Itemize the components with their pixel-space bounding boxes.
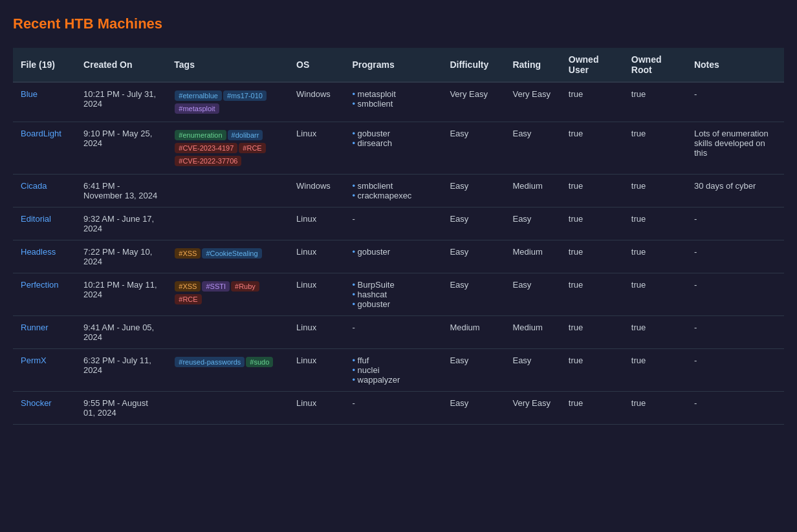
cell-os: Linux — [289, 207, 344, 240]
tag: #CVE-2023-4197 — [175, 143, 237, 153]
col-header-os: OS — [289, 48, 344, 82]
file-link[interactable]: Perfection — [21, 280, 59, 290]
cell-file: Cicada — [13, 175, 76, 207]
col-header-tags: Tags — [166, 48, 289, 82]
cell-programs: smbclientcrackmapexec — [344, 175, 442, 207]
cell-rating: Easy — [505, 122, 560, 175]
cell-difficulty: Easy — [442, 240, 505, 273]
cell-owned-root: true — [624, 392, 686, 425]
cell-notes: - — [686, 240, 784, 273]
tag: #CVE-2022-37706 — [175, 156, 241, 166]
cell-difficulty: Very Easy — [442, 82, 505, 122]
program-item: smbclient — [352, 99, 434, 109]
cell-owned-user: true — [561, 349, 624, 392]
cell-owned-root: true — [624, 273, 686, 316]
cell-tags — [166, 316, 289, 349]
cell-rating: Medium — [505, 316, 560, 349]
tag: #eternalblue — [175, 90, 222, 101]
file-link[interactable]: Shocker — [21, 398, 52, 408]
cell-created: 6:32 PM - July 11, 2024 — [76, 349, 166, 392]
cell-created: 6:41 PM - November 13, 2024 — [76, 175, 166, 207]
cell-os: Linux — [289, 122, 344, 175]
program-item: BurpSuite — [352, 280, 434, 290]
cell-created: 10:21 PM - May 11, 2024 — [76, 273, 166, 316]
cell-difficulty: Easy — [442, 273, 505, 316]
cell-os: Linux — [289, 349, 344, 392]
program-item: gobuster — [352, 247, 434, 257]
table-row: Perfection10:21 PM - May 11, 2024#XSS#SS… — [13, 273, 784, 316]
file-link[interactable]: Cicada — [21, 181, 47, 191]
col-header-created: Created On — [76, 48, 166, 82]
program-item: smbclient — [352, 181, 434, 191]
cell-file: Runner — [13, 316, 76, 349]
cell-notes: - — [686, 82, 784, 122]
tag: #XSS — [175, 248, 201, 259]
cell-tags — [166, 392, 289, 425]
cell-owned-root: true — [624, 316, 686, 349]
tag: #enumeration — [175, 130, 226, 140]
program-item: wappalyzer — [352, 375, 434, 385]
cell-programs: - — [344, 392, 442, 425]
col-header-owned-user: Owned User — [561, 48, 624, 82]
cell-owned-user: true — [561, 240, 624, 273]
cell-programs: metasploitsmbclient — [344, 82, 442, 122]
file-link[interactable]: Headless — [21, 247, 56, 257]
cell-notes: Lots of enumeration skills developed on … — [686, 122, 784, 175]
program-item: ffuf — [352, 356, 434, 365]
cell-difficulty: Easy — [442, 349, 505, 392]
file-link[interactable]: Runner — [21, 323, 49, 332]
cell-rating: Medium — [505, 175, 560, 207]
table-row: Blue10:21 PM - July 31, 2024#eternalblue… — [13, 82, 784, 122]
tag: #sudo — [246, 357, 273, 367]
cell-difficulty: Medium — [442, 316, 505, 349]
cell-owned-root: true — [624, 175, 686, 207]
cell-owned-root: true — [624, 349, 686, 392]
cell-notes: - — [686, 349, 784, 392]
tag: #SSTI — [202, 281, 230, 292]
cell-os: Linux — [289, 240, 344, 273]
cell-difficulty: Easy — [442, 175, 505, 207]
col-header-programs: Programs — [344, 48, 442, 82]
file-link[interactable]: Blue — [21, 89, 38, 99]
cell-tags: #XSS#SSTI#Ruby#RCE — [166, 273, 289, 316]
table-row: BoardLight9:10 PM - May 25, 2024#enumera… — [13, 122, 784, 175]
cell-owned-user: true — [561, 392, 624, 425]
cell-rating: Medium — [505, 240, 560, 273]
machines-table: File (19) Created On Tags OS Programs Di… — [13, 48, 784, 425]
cell-owned-user: true — [561, 207, 624, 240]
col-header-rating: Rating — [505, 48, 560, 82]
cell-file: Shocker — [13, 392, 76, 425]
cell-file: PermX — [13, 349, 76, 392]
cell-os: Linux — [289, 316, 344, 349]
cell-owned-root: true — [624, 82, 686, 122]
cell-difficulty: Easy — [442, 392, 505, 425]
program-item: nuclei — [352, 365, 434, 375]
cell-programs: gobusterdirsearch — [344, 122, 442, 175]
cell-rating: Easy — [505, 273, 560, 316]
table-row: PermX6:32 PM - July 11, 2024#reused-pass… — [13, 349, 784, 392]
cell-tags: #reused-passwords#sudo — [166, 349, 289, 392]
page-container: Recent HTB Machines File (19) Created On… — [0, 0, 797, 440]
cell-tags: #XSS#CookieStealing — [166, 240, 289, 273]
file-link[interactable]: BoardLight — [21, 129, 61, 138]
page-title: Recent HTB Machines — [13, 16, 784, 32]
cell-notes: - — [686, 207, 784, 240]
tag: #reused-passwords — [175, 357, 245, 367]
file-link[interactable]: Editorial — [21, 214, 51, 224]
tag: #Ruby — [231, 281, 259, 292]
table-row: Editorial9:32 AM - June 17, 2024Linux-Ea… — [13, 207, 784, 240]
cell-owned-user: true — [561, 122, 624, 175]
cell-created: 10:21 PM - July 31, 2024 — [76, 82, 166, 122]
program-item: crackmapexec — [352, 191, 434, 200]
cell-difficulty: Easy — [442, 122, 505, 175]
cell-rating: Very Easy — [505, 82, 560, 122]
program-item: gobuster — [352, 129, 434, 138]
cell-notes: - — [686, 392, 784, 425]
cell-file: Blue — [13, 82, 76, 122]
cell-created: 7:22 PM - May 10, 2024 — [76, 240, 166, 273]
program-item: metasploit — [352, 89, 434, 99]
tag: #CookieStealing — [202, 248, 261, 259]
file-link[interactable]: PermX — [21, 356, 47, 365]
cell-os: Windows — [289, 175, 344, 207]
cell-tags: #enumeration#dolibarr#CVE-2023-4197#RCE#… — [166, 122, 289, 175]
